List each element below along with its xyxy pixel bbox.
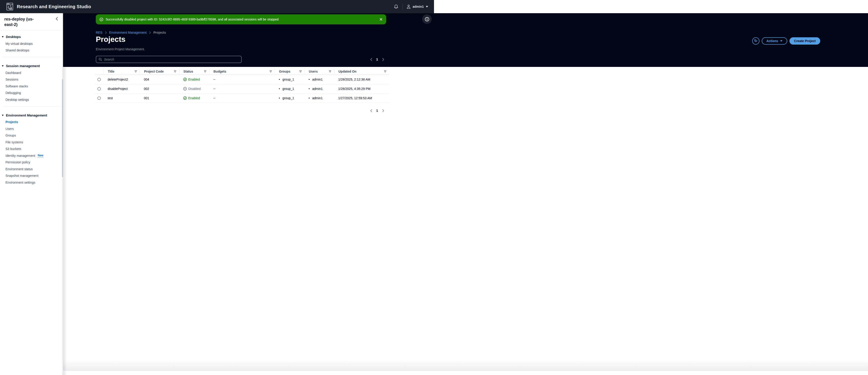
breadcrumb-separator-icon bbox=[149, 31, 151, 34]
row-radio-button[interactable] bbox=[97, 78, 101, 81]
sidebar-item-debugging[interactable]: Debugging bbox=[0, 90, 63, 96]
next-page-icon[interactable] bbox=[380, 56, 386, 62]
column-header-title[interactable]: Title bbox=[103, 68, 140, 74]
sidebar-item-permission-policy[interactable]: Permission policy bbox=[0, 159, 63, 166]
cell-groups-value: group_1 bbox=[282, 77, 294, 81]
column-header-groups[interactable]: Groups bbox=[275, 68, 305, 74]
help-info-icon[interactable] bbox=[422, 14, 432, 24]
pagination-bottom: 1 bbox=[368, 107, 386, 114]
sidebar-item-label: Environment settings bbox=[5, 181, 35, 184]
sidebar-item-snapshot-management[interactable]: Snapshot management bbox=[0, 173, 63, 179]
cell-users-value: admin1 bbox=[312, 77, 323, 81]
sidebar-item-identity-management[interactable]: Identity managementNew bbox=[0, 152, 63, 159]
cell-groups-value: group_1 bbox=[282, 96, 294, 100]
column-header-label: Updated On bbox=[338, 70, 356, 73]
column-header-label: Groups bbox=[279, 70, 290, 73]
sidebar-item-users[interactable]: Users bbox=[0, 125, 63, 132]
res-logo-icon bbox=[6, 3, 14, 10]
breadcrumb-environment-management[interactable]: Environment Management bbox=[109, 31, 147, 34]
column-filter-icon bbox=[329, 70, 331, 72]
sidebar-item-environment-status[interactable]: Environment status bbox=[0, 166, 63, 173]
sidebar-item-s3-buckets[interactable]: S3 buckets bbox=[0, 146, 63, 152]
cell-status: Disabled bbox=[179, 84, 209, 93]
chevron-down-icon bbox=[426, 6, 428, 7]
nav-section-header-desktops[interactable]: Desktops bbox=[0, 33, 63, 40]
sidebar-item-label: Desktop settings bbox=[5, 98, 29, 101]
list-bullet: • bbox=[309, 87, 310, 91]
column-header-label: Budgets bbox=[214, 70, 226, 73]
column-filter-icon bbox=[174, 70, 176, 72]
row-radio-button[interactable] bbox=[97, 96, 101, 100]
sidebar-item-dashboard[interactable]: Dashboard bbox=[0, 69, 63, 76]
cell-users: •admin1 bbox=[305, 75, 334, 84]
user-menu[interactable]: admin1 bbox=[407, 5, 428, 9]
cell-groups: •group_1 bbox=[275, 84, 305, 93]
column-header-label: Users bbox=[309, 70, 318, 73]
cell-project-code: 001 bbox=[140, 94, 179, 103]
status-label: Disabled bbox=[188, 87, 200, 91]
section-expand-icon bbox=[2, 115, 4, 116]
column-filter-icon bbox=[134, 70, 137, 72]
column-header-label: Status bbox=[183, 70, 193, 73]
column-filter-icon bbox=[204, 70, 207, 72]
sidebar-item-label: Software stacks bbox=[5, 85, 28, 88]
list-bullet: • bbox=[279, 96, 280, 100]
column-header-project-code[interactable]: Project Code bbox=[140, 68, 179, 74]
page-number[interactable]: 1 bbox=[374, 58, 380, 61]
sidebar-item-environment-settings[interactable]: Environment settings bbox=[0, 179, 63, 186]
sidebar-item-projects[interactable]: Projects bbox=[0, 119, 63, 126]
username: admin1 bbox=[413, 5, 424, 8]
column-filter-icon bbox=[384, 70, 386, 72]
status-label: Enabled bbox=[188, 96, 200, 100]
list-bullet: • bbox=[279, 87, 280, 91]
previous-page-icon[interactable] bbox=[368, 107, 374, 114]
sidebar-item-sessions[interactable]: Sessions bbox=[0, 76, 63, 83]
nav-section-header-environment-management[interactable]: Environment Management bbox=[0, 112, 63, 119]
previous-page-icon[interactable] bbox=[368, 56, 374, 62]
cell-users: •admin1 bbox=[305, 84, 334, 93]
search-icon bbox=[98, 58, 102, 61]
sidebar-item-groups[interactable]: Groups bbox=[0, 132, 63, 139]
breadcrumb-res[interactable]: RES bbox=[96, 31, 102, 34]
sidebar-scrollbar-thumb[interactable] bbox=[62, 79, 63, 177]
next-page-icon[interactable] bbox=[380, 107, 386, 114]
nav-section-label: Desktops bbox=[6, 35, 21, 39]
sidebar-scrollbar[interactable] bbox=[62, 13, 63, 187]
flash-close-icon[interactable] bbox=[379, 18, 382, 21]
sidebar-item-desktop-settings[interactable]: Desktop settings bbox=[0, 96, 63, 103]
page-number[interactable]: 1 bbox=[374, 109, 380, 113]
sidebar-item-software-stacks[interactable]: Software stacks bbox=[0, 83, 63, 90]
sidebar-collapse-icon[interactable] bbox=[56, 17, 58, 21]
sidebar-item-file-systems[interactable]: File systems bbox=[0, 139, 63, 146]
sidebar-item-label: Permission policy bbox=[5, 160, 30, 164]
list-bullet: • bbox=[309, 77, 310, 81]
search-input[interactable] bbox=[104, 58, 239, 61]
search-box bbox=[96, 56, 242, 63]
sidebar-item-shared-desktops[interactable]: Shared desktops bbox=[0, 47, 63, 54]
sidebar-item-my-virtual-desktops[interactable]: My virtual desktops bbox=[0, 40, 63, 47]
breadcrumb-separator-icon bbox=[105, 31, 107, 34]
table-row: deleteProject2004Enabled--•group_1•admin… bbox=[95, 75, 389, 84]
status-disabled-icon bbox=[183, 87, 187, 91]
section-expand-icon bbox=[2, 36, 4, 37]
column-header-status[interactable]: Status bbox=[179, 68, 209, 74]
success-flash-message: Successfully disabled project with ID: 5… bbox=[96, 14, 386, 24]
row-radio-button[interactable] bbox=[97, 87, 101, 91]
sidebar-item-label: Users bbox=[5, 127, 14, 131]
section-expand-icon bbox=[2, 65, 4, 67]
projects-table: TitleProject CodeStatusBudgetsGroupsUser… bbox=[95, 68, 389, 103]
cell-status: Enabled bbox=[179, 75, 209, 84]
column-header-users[interactable]: Users bbox=[305, 68, 334, 74]
sidebar-divider bbox=[2, 57, 61, 57]
cell-groups: •group_1 bbox=[275, 75, 305, 84]
cell-title: disableProject bbox=[103, 84, 140, 93]
sidebar-item-label: Projects bbox=[5, 120, 18, 124]
breadcrumb: RES Environment Management Projects bbox=[96, 31, 166, 34]
column-header-budgets[interactable]: Budgets bbox=[209, 68, 275, 74]
column-header-updated-on[interactable]: Updated On bbox=[334, 68, 389, 74]
cell-groups-value: group_1 bbox=[282, 87, 294, 91]
notifications-bell-icon[interactable] bbox=[394, 4, 398, 9]
table-row: test001Enabled--•group_1•admin11/27/2025… bbox=[95, 94, 389, 103]
nav-section-header-session-management[interactable]: Session management bbox=[0, 63, 63, 69]
sidebar-header: res-deploy (us-east-2) bbox=[0, 13, 63, 30]
